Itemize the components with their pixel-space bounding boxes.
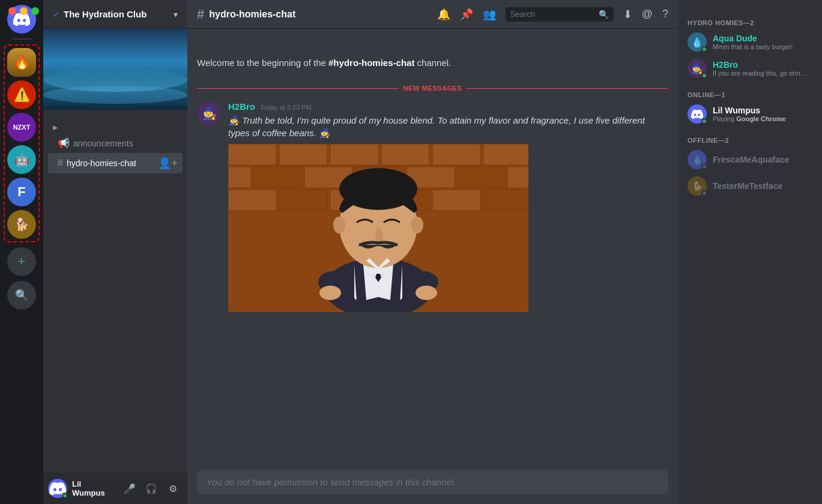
svg-rect-15 [279,190,327,211]
server-list: 🔥 ⚠️ NZXT 🤖 F 🐕 + 🔍 [0,0,43,504]
server-icon-warning[interactable]: ⚠️ [7,80,36,109]
svg-rect-3 [330,144,378,165]
channel-category-announcements[interactable]: ▶ [43,115,187,133]
user-settings-button[interactable]: ⚙ [163,479,183,498]
chevron-down-icon: ▾ [174,10,178,19]
channel-hash-icon: # [197,7,204,22]
member-info-tester: TesterMeTestface [713,181,812,191]
svg-point-25 [319,286,341,300]
main-chat: # hydro-homies-chat 🔔 📌 👥 Search 🔍 ⬇ @ ?… [187,0,678,504]
minimize-button[interactable] [20,7,28,15]
explore-servers-button[interactable]: 🔍 [7,281,36,310]
member-activity-aqua-dude: Mmm that is a tasty burger! [713,43,809,50]
member-category-hydro-homies: HYDRO HOMIES—2 [683,10,817,29]
member-category-offline: OFFLINE—2 [683,127,817,146]
add-server-button[interactable]: + [7,247,36,276]
chat-header-icons: 🔔 📌 👥 Search 🔍 ⬇ @ ? [437,7,668,22]
server-icon-hydration-club[interactable]: 🔥 [7,48,36,77]
download-icon[interactable]: ⬇ [623,8,632,21]
member-item-aqua-dude[interactable]: 💧 Aqua Dude Mmm that is a tasty burger! [683,29,817,55]
svg-point-22 [376,274,381,278]
member-status-h2bro [701,73,707,79]
member-activity-lil-wumpus: Playing Google Chrome [713,115,809,122]
members-sidebar: HYDRO HOMIES—2 💧 Aqua Dude Mmm that is a… [678,0,822,504]
member-item-fresca[interactable]: 💧 FrescaMeAquaface [683,146,817,173]
message-image [228,144,528,312]
svg-rect-12 [228,167,251,188]
svg-rect-4 [381,144,429,165]
mute-button[interactable]: 🎤 [120,479,139,498]
message-header: H2Bro Today at 3:23 PM [228,101,668,112]
member-avatar-fresca: 💧 [688,150,707,169]
svg-rect-19 [483,190,528,211]
help-icon[interactable]: ? [662,8,668,20]
add-member-button[interactable]: 👤+ [158,157,178,170]
message-author-avatar[interactable]: 🧙 [197,101,221,125]
message-author-name[interactable]: H2Bro [228,101,255,112]
member-item-h2bro[interactable]: 🧙 H2Bro If you are reading this, go drin… [683,55,817,82]
member-item-lil-wumpus[interactable]: Lil Wumpus Playing Google Chrome [683,101,817,127]
message-text: 🧙 Truth be told, I'm quite proud of my h… [228,114,668,139]
svg-rect-7 [253,167,301,188]
user-controls: 🎤 🎧 ⚙ [120,479,183,498]
chevron-right-icon: ▶ [53,124,58,131]
new-messages-divider: NEW MESSAGES [187,82,678,94]
member-info-aqua-dude: Aqua Dude Mmm that is a tasty burger! [713,34,812,50]
message-content: H2Bro Today at 3:23 PM 🧙 Truth be told, … [228,101,668,312]
mention-icon[interactable]: @ [642,8,653,20]
server-name: The Hydration Club [64,9,174,19]
svg-rect-6 [483,144,528,165]
server-checkmark-icon: ✓ [53,10,60,19]
deafen-button[interactable]: 🎧 [142,479,161,498]
server-icon-f[interactable]: F [7,178,36,206]
close-button[interactable] [8,7,16,15]
member-name-lil-wumpus: Lil Wumpus [713,106,812,115]
channel-header-name: hydro-homies-chat [209,9,295,20]
channel-name-announcements: announcements [73,139,178,148]
new-messages-line-left [197,88,399,89]
members-icon[interactable]: 👥 [483,8,496,21]
member-status-lil-wumpus [701,118,707,124]
message-group: 🧙 H2Bro Today at 3:23 PM 🧙 Truth be told… [187,99,678,314]
user-info: Lil Wumpus [72,479,115,497]
channel-welcome: Welcome to the beginning of the #hydro-h… [187,38,678,77]
member-name-fresca: FrescaMeAquaface [713,155,812,164]
server-icon-nzxt[interactable]: NZXT [7,113,36,142]
server-icon-robot[interactable]: 🤖 [7,145,36,174]
server-group-border: 🔥 ⚠️ NZXT 🤖 F 🐕 [4,44,40,242]
member-status-aqua-dude [701,46,707,52]
channel-item-hydro-homies[interactable]: # hydro-homies-chat 👤+ [48,153,183,173]
new-messages-line-right [467,88,668,89]
channel-sidebar: ✓ The Hydration Club ▾ ▶ 📢 announcements… [43,0,187,504]
chat-header: # hydro-homies-chat 🔔 📌 👥 Search 🔍 ⬇ @ ? [187,0,678,29]
member-avatar-aqua-dude: 💧 [688,32,707,52]
user-area: Lil Wumpus 🎤 🎧 ⚙ [43,473,187,504]
new-messages-label: NEW MESSAGES [399,85,467,92]
search-bar[interactable]: Search 🔍 [506,7,614,22]
search-placeholder: Search [510,10,595,19]
server-divider [12,38,31,40]
user-display-name: Lil Wumpus [72,479,115,497]
svg-point-31 [411,217,423,233]
window-controls [8,7,39,15]
server-banner [43,29,187,110]
member-info-fresca: FrescaMeAquaface [713,155,812,164]
server-header[interactable]: ✓ The Hydration Club ▾ [43,0,187,29]
maximize-button[interactable] [31,7,39,15]
member-item-tester[interactable]: 🐕 TesterMeTestface [683,173,817,199]
notifications-icon[interactable]: 🔔 [437,8,450,21]
svg-point-26 [416,286,437,300]
chat-input-area: You do not have permission to send messa… [187,470,678,504]
svg-rect-1 [228,144,276,165]
server-icon-doge[interactable]: 🐕 [7,210,36,239]
svg-rect-14 [228,190,276,211]
member-activity-h2bro: If you are reading this, go drink... [713,70,809,77]
pin-icon[interactable]: 📌 [460,8,473,21]
user-avatar[interactable] [48,479,67,498]
member-name-tester: TesterMeTestface [713,181,812,191]
member-avatar-tester: 🐕 [688,176,707,196]
channel-item-announcements[interactable]: 📢 announcements [48,134,183,152]
member-avatar-lil-wumpus [688,104,707,124]
svg-rect-11 [458,167,506,188]
member-status-fresca [701,164,707,170]
